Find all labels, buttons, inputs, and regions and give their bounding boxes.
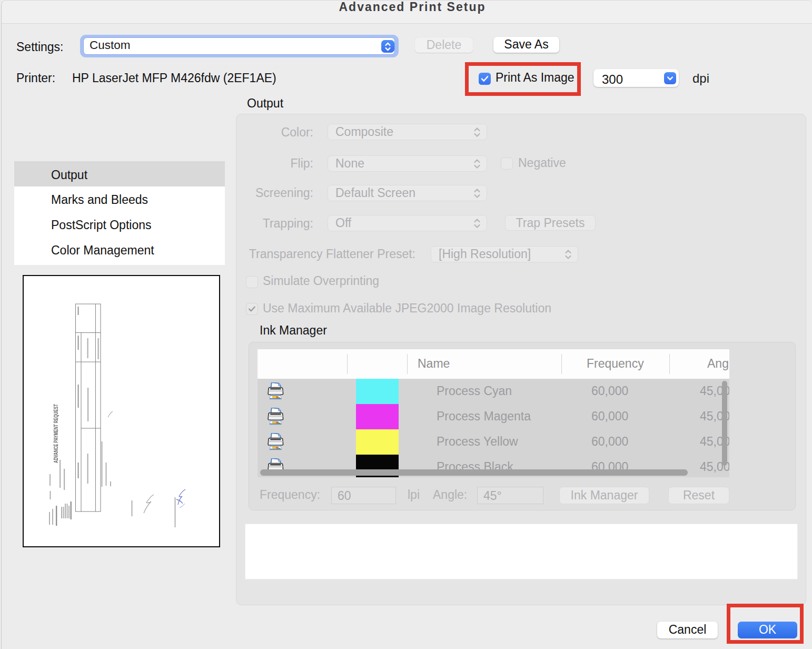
svg-text:ADVANCE PAYMENT REQUEST: ADVANCE PAYMENT REQUEST (53, 404, 59, 463)
